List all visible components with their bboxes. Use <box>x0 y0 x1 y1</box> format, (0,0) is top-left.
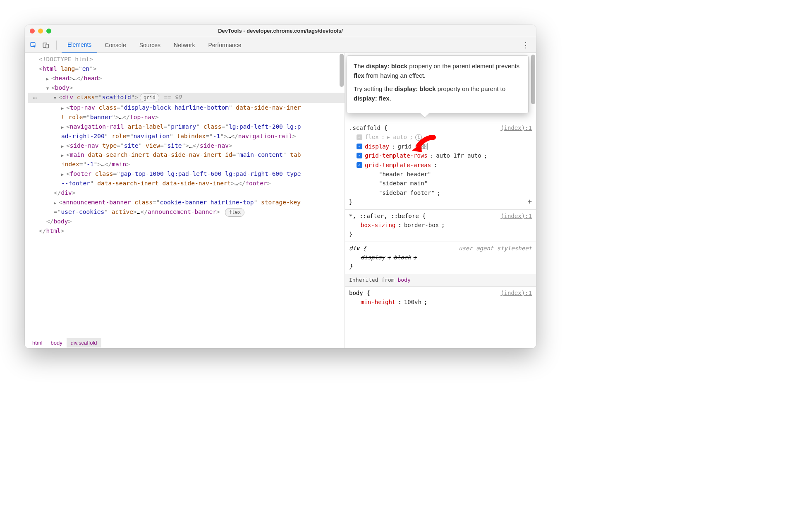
style-rule-ua[interactable]: div {user agent stylesheet display: bloc… <box>345 242 536 274</box>
tab-performance[interactable]: Performance <box>202 37 247 53</box>
tab-sources[interactable]: Sources <box>134 37 166 53</box>
scrollbar[interactable] <box>340 54 344 87</box>
tab-network[interactable]: Network <box>168 37 201 53</box>
expand-arrow-icon[interactable] <box>61 171 65 178</box>
expand-arrow-icon[interactable]: ▶ <box>387 134 390 141</box>
elements-pane: <!DOCTYPE html> <html lang="en"> <head>…… <box>25 53 345 348</box>
expand-arrow-icon[interactable] <box>54 200 58 206</box>
doctype: <!DOCTYPE html> <box>39 56 93 62</box>
style-rule[interactable]: *, ::after, ::before {(index):1 box-sizi… <box>345 210 536 242</box>
breadcrumb: html body div.scaffold <box>25 337 345 348</box>
collapse-arrow-icon[interactable] <box>46 85 50 92</box>
flex-badge[interactable]: flex <box>225 208 244 217</box>
styles-pane: The display: block property on the paren… <box>345 53 536 348</box>
checkbox-icon[interactable]: ✓ <box>357 134 362 140</box>
expand-arrow-icon[interactable] <box>61 105 65 112</box>
breadcrumb-body[interactable]: body <box>47 338 67 347</box>
device-toggle-icon[interactable] <box>41 40 51 50</box>
inherited-from-link[interactable]: body <box>397 277 410 283</box>
console-ref: == $0 <box>163 94 182 101</box>
source-link[interactable]: (index):1 <box>500 288 532 297</box>
css-prop-grid-template-rows[interactable]: ✓ grid-template-rows: auto 1fr auto; <box>349 151 532 160</box>
checkbox-icon[interactable]: ✓ <box>357 162 362 168</box>
expand-arrow-icon[interactable] <box>61 124 65 131</box>
checkbox-icon[interactable]: ✓ <box>357 144 362 149</box>
selected-node[interactable]: <div class="scaffold">grid== $0 <box>28 93 345 103</box>
tab-console[interactable]: Console <box>99 37 132 53</box>
tab-elements[interactable]: Elements <box>62 37 97 53</box>
toolbar: Elements Console Sources Network Perform… <box>25 37 536 53</box>
titlebar: DevTools - developer.chrome.com/tags/dev… <box>25 25 536 37</box>
expand-arrow-icon[interactable] <box>61 143 65 150</box>
inherited-section: Inherited from body <box>345 274 536 287</box>
css-prop-display[interactable]: ✓ display: grid; <box>349 142 532 151</box>
checkbox-icon[interactable]: ✓ <box>357 153 362 158</box>
source-link[interactable]: (index):1 <box>500 211 532 220</box>
breadcrumb-html[interactable]: html <box>28 338 47 347</box>
hint-tooltip: The display: block property on the paren… <box>347 55 529 113</box>
devtools-window: DevTools - developer.chrome.com/tags/dev… <box>25 25 536 348</box>
style-rule[interactable]: body {(index):1 min-height: 100vh; <box>345 287 536 309</box>
add-rule-icon[interactable]: + <box>527 196 532 208</box>
inspect-icon[interactable] <box>28 40 39 50</box>
source-link[interactable]: (index):1 <box>500 123 532 132</box>
css-prop-grid-template-areas[interactable]: ✓ grid-template-areas: <box>349 161 532 170</box>
breadcrumb-div-scaffold[interactable]: div.scaffold <box>67 338 101 347</box>
expand-arrow-icon[interactable] <box>61 152 65 159</box>
more-menu-icon[interactable]: ⋮ <box>519 41 533 50</box>
grid-badge[interactable]: grid <box>140 93 159 102</box>
window-title: DevTools - developer.chrome.com/tags/dev… <box>25 28 536 34</box>
annotation-arrow-icon <box>409 134 438 161</box>
dom-tree[interactable]: <!DOCTYPE html> <html lang="en"> <head>…… <box>25 53 345 237</box>
ua-stylesheet-label: user agent stylesheet <box>459 244 532 253</box>
collapse-arrow-icon[interactable] <box>54 95 58 101</box>
expand-arrow-icon[interactable] <box>46 76 50 82</box>
toolbar-separator <box>56 41 57 50</box>
svg-rect-2 <box>46 44 48 48</box>
css-prop-flex[interactable]: ✓ flex: ▶ auto; i <box>349 132 532 141</box>
